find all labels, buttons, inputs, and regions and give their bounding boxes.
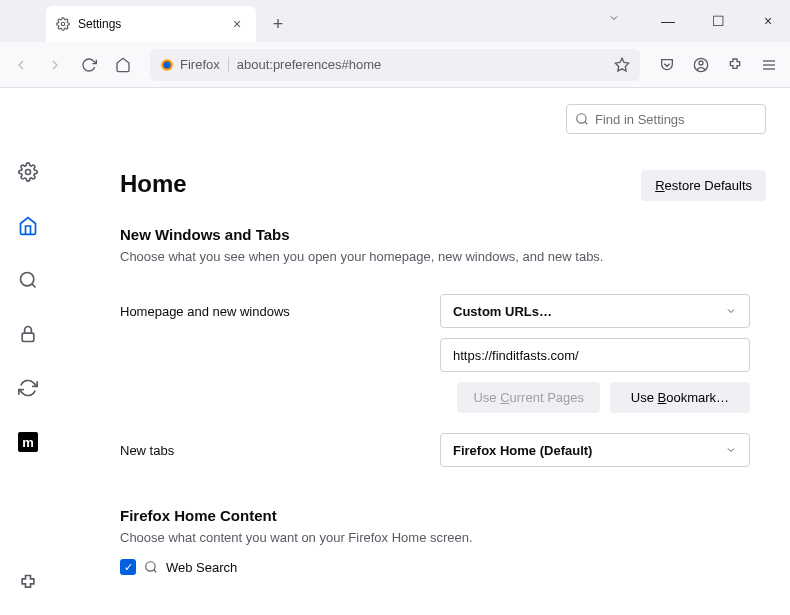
sidebar-item-home[interactable] bbox=[12, 210, 44, 242]
use-bookmark-button[interactable]: Use Bookmark… bbox=[610, 382, 750, 413]
maximize-icon[interactable]: ☐ bbox=[704, 13, 732, 29]
web-search-label: Web Search bbox=[166, 560, 237, 575]
chevron-down-icon bbox=[725, 444, 737, 456]
sidebar-item-search[interactable] bbox=[12, 264, 44, 296]
svg-line-16 bbox=[154, 570, 157, 573]
pocket-icon[interactable] bbox=[658, 56, 676, 74]
gear-icon bbox=[56, 17, 70, 31]
back-icon[interactable] bbox=[12, 56, 30, 74]
chevron-down-icon bbox=[725, 305, 737, 317]
browser-toolbar: Firefox about:preferences#home bbox=[0, 42, 790, 88]
homepage-select[interactable]: Custom URLs… bbox=[440, 294, 750, 328]
svg-point-5 bbox=[699, 61, 703, 65]
bookmark-star-icon[interactable] bbox=[614, 57, 630, 73]
newtabs-select[interactable]: Firefox Home (Default) bbox=[440, 433, 750, 467]
use-current-pages-button[interactable]: Use Current Pages bbox=[457, 382, 600, 413]
settings-sidebar: m bbox=[0, 88, 56, 615]
svg-point-13 bbox=[577, 114, 586, 123]
url-text: about:preferences#home bbox=[237, 57, 382, 72]
identity-box[interactable]: Firefox bbox=[160, 57, 229, 72]
home-toolbar-icon[interactable] bbox=[114, 56, 132, 74]
homepage-url-value: https://finditfasts.com/ bbox=[453, 348, 579, 363]
tab-list-chevron-icon[interactable] bbox=[608, 12, 620, 24]
mozilla-icon: m bbox=[18, 432, 38, 452]
sidebar-item-privacy[interactable] bbox=[12, 318, 44, 350]
forward-icon[interactable] bbox=[46, 56, 64, 74]
svg-marker-3 bbox=[615, 58, 628, 71]
tab-title: Settings bbox=[78, 17, 121, 31]
svg-point-10 bbox=[21, 273, 34, 286]
find-in-settings-input[interactable]: Find in Settings bbox=[566, 104, 766, 134]
identity-label: Firefox bbox=[180, 57, 220, 72]
tab-close-icon[interactable]: × bbox=[228, 15, 246, 33]
section-desc-new-windows: Choose what you see when you open your h… bbox=[120, 249, 766, 264]
firefox-logo-icon bbox=[160, 58, 174, 72]
account-icon[interactable] bbox=[692, 56, 710, 74]
svg-rect-12 bbox=[22, 333, 34, 341]
homepage-label: Homepage and new windows bbox=[120, 304, 440, 319]
homepage-url-input[interactable]: https://finditfasts.com/ bbox=[440, 338, 750, 372]
section-desc-home-content: Choose what content you want on your Fir… bbox=[120, 530, 766, 545]
restore-defaults-button[interactable]: Restore Defaults bbox=[641, 170, 766, 201]
find-placeholder: Find in Settings bbox=[595, 112, 685, 127]
newtabs-label: New tabs bbox=[120, 443, 440, 458]
search-icon bbox=[575, 112, 589, 126]
extensions-icon[interactable] bbox=[726, 56, 744, 74]
newtabs-select-value: Firefox Home (Default) bbox=[453, 443, 592, 458]
minimize-icon[interactable]: — bbox=[654, 13, 682, 29]
svg-line-14 bbox=[585, 122, 588, 125]
section-title-new-windows: New Windows and Tabs bbox=[120, 226, 766, 243]
web-search-checkbox[interactable]: ✓ bbox=[120, 559, 136, 575]
sidebar-item-extensions[interactable] bbox=[12, 567, 44, 599]
homepage-select-value: Custom URLs… bbox=[453, 304, 552, 319]
window-controls: — ☐ × bbox=[654, 0, 782, 42]
url-bar[interactable]: Firefox about:preferences#home bbox=[150, 49, 640, 81]
sidebar-item-sync[interactable] bbox=[12, 372, 44, 404]
browser-tab[interactable]: Settings × bbox=[46, 6, 256, 42]
menu-icon[interactable] bbox=[760, 56, 778, 74]
svg-point-15 bbox=[146, 562, 155, 571]
svg-point-2 bbox=[164, 61, 171, 68]
search-small-icon bbox=[144, 560, 158, 574]
sidebar-item-mozilla[interactable]: m bbox=[12, 426, 44, 458]
tab-strip: Settings × + — ☐ × bbox=[0, 0, 790, 42]
svg-point-0 bbox=[61, 22, 65, 26]
sidebar-item-general[interactable] bbox=[12, 156, 44, 188]
new-tab-button[interactable]: + bbox=[264, 10, 292, 38]
svg-point-9 bbox=[26, 170, 31, 175]
close-window-icon[interactable]: × bbox=[754, 13, 782, 29]
section-title-home-content: Firefox Home Content bbox=[120, 507, 766, 524]
svg-line-11 bbox=[32, 284, 36, 288]
settings-main: Find in Settings Home Restore Defaults N… bbox=[56, 88, 790, 615]
reload-icon[interactable] bbox=[80, 56, 98, 74]
